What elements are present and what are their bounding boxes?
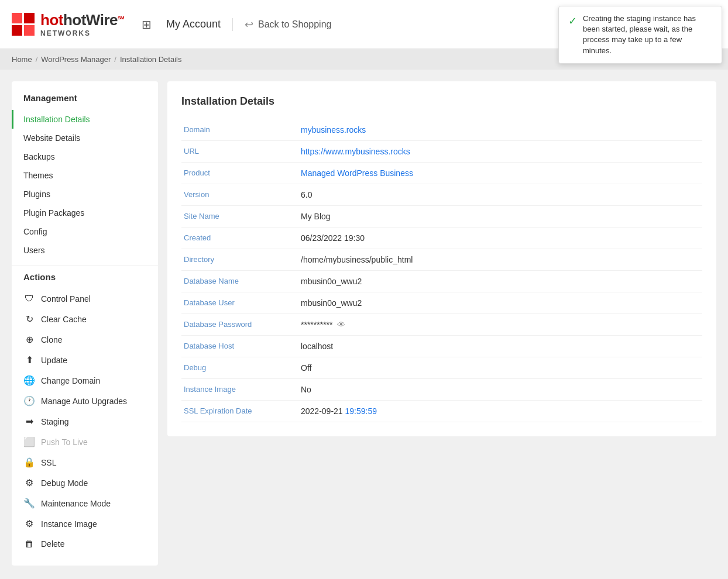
sidebar-item-update[interactable]: ⬆ Update [12, 350, 158, 370]
table-row: SSL Expiration Date 2022-09-21 19:59:59 [181, 401, 702, 422]
logo-sq-1 [12, 13, 22, 23]
table-row: Created 06/23/2022 19:30 [181, 228, 702, 249]
maintenance-mode-label: Maintenance Mode [41, 499, 111, 508]
globe-icon: 🌐 [23, 375, 35, 386]
sidebar-item-config[interactable]: Config [12, 222, 158, 241]
sidebar-item-plugin-packages[interactable]: Plugin Packages [12, 204, 158, 222]
table-row: Database User mbusin0o_wwu2 [181, 292, 702, 314]
sidebar-item-staging[interactable]: ➡ Staging [12, 411, 158, 432]
sidebar-divider [12, 266, 158, 266]
sidebar-item-clone[interactable]: ⊕ Clone [12, 329, 158, 350]
logo-hotwire: hothotWireSM [40, 11, 124, 29]
sidebar-item-instance-image[interactable]: ⚙ Instance Image [12, 513, 158, 534]
management-section-title: Management [12, 93, 158, 110]
table-row: Domain mybusiness.rocks [181, 119, 702, 141]
main-layout: Management Installation Details Website … [0, 70, 728, 577]
sidebar-item-delete[interactable]: 🗑 Delete [12, 534, 158, 554]
logo-sm: SM [118, 15, 124, 20]
toast-notification: ✓ Creating the staging instance has been… [558, 6, 722, 64]
back-arrow-icon: ↩ [245, 18, 253, 31]
breadcrumb-current: Installation Details [120, 55, 182, 64]
sidebar-item-debug-mode[interactable]: ⚙ Debug Mode [12, 473, 158, 493]
table-row: Version 6.0 [181, 184, 702, 206]
staging-label: Staging [41, 417, 68, 426]
instance-image-label: Instance Image [41, 519, 97, 529]
field-label-product: Product [181, 163, 298, 184]
field-label-directory: Directory [181, 249, 298, 271]
sidebar-item-ssl[interactable]: 🔒 SSL [12, 452, 158, 473]
breadcrumb-wordpress-manager[interactable]: WordPress Manager [41, 55, 111, 64]
sidebar: Management Installation Details Website … [12, 81, 158, 566]
field-value-site-name: My Blog [298, 206, 702, 228]
field-label-db-name: Database Name [181, 271, 298, 292]
field-value-product: Managed WordPress Business [298, 163, 702, 184]
clear-cache-label: Clear Cache [41, 315, 87, 324]
header-nav: ⊞ My Account ↩ Back to Shopping [142, 18, 331, 32]
password-field: ********** 👁 [301, 320, 700, 329]
sidebar-item-manage-auto-upgrades[interactable]: 🕐 Manage Auto Upgrades [12, 391, 158, 411]
grid-icon[interactable]: ⊞ [142, 18, 152, 32]
sidebar-item-website-details[interactable]: Website Details [12, 129, 158, 147]
logo: hothotWireSM NETWORKS [12, 11, 124, 37]
table-row: Debug Off [181, 357, 702, 379]
logo-sq-3 [12, 25, 22, 36]
content-title: Installation Details [181, 95, 702, 108]
field-label-domain: Domain [181, 119, 298, 141]
sidebar-item-clear-cache[interactable]: ↻ Clear Cache [12, 309, 158, 329]
table-row: Database Password ********** 👁 [181, 314, 702, 336]
domain-link[interactable]: mybusiness.rocks [301, 125, 366, 135]
wrench-icon: 🔧 [23, 498, 35, 509]
sidebar-item-plugins[interactable]: Plugins [12, 185, 158, 204]
table-row: Product Managed WordPress Business [181, 163, 702, 184]
field-label-created: Created [181, 228, 298, 249]
field-value-db-user: mbusin0o_wwu2 [298, 292, 702, 314]
back-to-shopping-label: Back to Shopping [258, 19, 331, 30]
logo-text: hothotWireSM NETWORKS [40, 11, 124, 37]
breadcrumb-sep-2: / [114, 55, 116, 64]
back-to-shopping-button[interactable]: ↩ Back to Shopping [232, 18, 331, 31]
product-link[interactable]: Managed WordPress Business [301, 168, 413, 178]
field-label-db-host: Database Host [181, 336, 298, 357]
field-value-created: 06/23/2022 19:30 [298, 228, 702, 249]
debug-mode-label: Debug Mode [41, 478, 88, 488]
manage-auto-upgrades-label: Manage Auto Upgrades [41, 397, 127, 406]
field-value-db-password: ********** 👁 [298, 314, 702, 336]
field-label-db-user: Database User [181, 292, 298, 314]
toast-check-icon: ✓ [568, 15, 577, 27]
refresh-icon: ↻ [23, 313, 35, 325]
clone-label: Clone [41, 335, 63, 344]
field-label-version: Version [181, 184, 298, 206]
sidebar-item-themes[interactable]: Themes [12, 166, 158, 185]
field-value-instance-image: No [298, 379, 702, 401]
eye-icon[interactable]: 👁 [337, 320, 345, 329]
breadcrumb-home[interactable]: Home [12, 55, 32, 64]
logo-squares [12, 13, 35, 36]
sidebar-item-backups[interactable]: Backups [12, 147, 158, 166]
push-to-live-label: Push To Live [41, 437, 88, 447]
trash-icon: 🗑 [23, 539, 35, 549]
table-row: Directory /home/mybusiness/public_html [181, 249, 702, 271]
sidebar-item-control-panel[interactable]: 🛡 Control Panel [12, 289, 158, 309]
field-label-site-name: Site Name [181, 206, 298, 228]
sidebar-item-users[interactable]: Users [12, 241, 158, 260]
field-label-db-password: Database Password [181, 314, 298, 336]
gear-icon: ⚙ [23, 477, 35, 488]
my-account-link[interactable]: My Account [166, 18, 221, 30]
field-value-directory: /home/mybusiness/public_html [298, 249, 702, 271]
field-value-debug: Off [298, 357, 702, 379]
logo-networks: NETWORKS [40, 29, 124, 37]
field-value-db-host: localhost [298, 336, 702, 357]
table-row: URL https://www.mybusiness.rocks [181, 141, 702, 163]
field-value-url: https://www.mybusiness.rocks [298, 141, 702, 163]
table-row: Site Name My Blog [181, 206, 702, 228]
breadcrumb-sep-1: / [36, 55, 38, 64]
actions-section-title: Actions [12, 272, 158, 289]
lock-icon: 🔒 [23, 457, 35, 468]
content-area: Installation Details Domain mybusiness.r… [167, 81, 716, 436]
url-link[interactable]: https://www.mybusiness.rocks [301, 147, 410, 156]
logo-sq-2 [24, 13, 35, 23]
sidebar-item-maintenance-mode[interactable]: 🔧 Maintenance Mode [12, 493, 158, 513]
sidebar-item-change-domain[interactable]: 🌐 Change Domain [12, 370, 158, 391]
sidebar-item-installation-details[interactable]: Installation Details [12, 110, 158, 129]
update-label: Update [41, 356, 67, 365]
